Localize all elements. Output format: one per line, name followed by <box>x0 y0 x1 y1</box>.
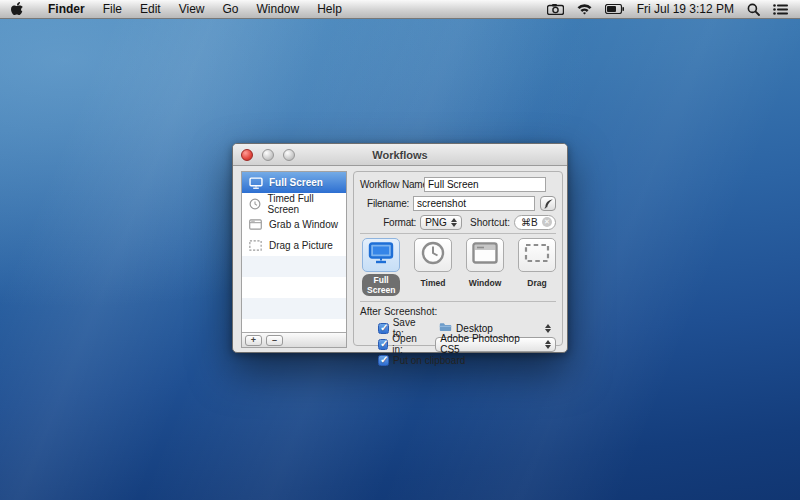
capture-mode-buttons: Full Screen Timed <box>360 238 556 297</box>
shortcut-value: ⌘B <box>521 217 538 228</box>
workflow-list-rows: Full Screen Timed Full Screen Grab a Win… <box>242 172 346 332</box>
list-item-drag-a-picture[interactable]: Drag a Picture <box>242 235 346 256</box>
window-icon <box>248 219 263 230</box>
clear-shortcut-icon[interactable]: ✕ <box>542 217 552 227</box>
format-value: PNG <box>425 217 447 228</box>
apple-menu[interactable] <box>10 0 39 19</box>
workflow-settings-panel: Workflow Name: Filename: Format: PNG <box>353 171 563 346</box>
menu-bar-left: Finder File Edit View Go Window Help <box>0 0 351 19</box>
mode-button-box[interactable] <box>466 238 504 272</box>
menu-bar: Finder File Edit View Go Window Help Fri… <box>0 0 800 19</box>
zoom-button[interactable] <box>283 149 295 161</box>
wifi-icon[interactable] <box>577 4 592 15</box>
close-button[interactable] <box>241 149 253 161</box>
mode-label: Drag <box>527 278 546 288</box>
menu-label: File <box>103 2 122 16</box>
separator <box>360 301 556 302</box>
workflow-list: Full Screen Timed Full Screen Grab a Win… <box>241 171 347 348</box>
menu-label: Finder <box>48 2 85 16</box>
drag-selection-icon <box>248 240 263 251</box>
shortcut-label: Shortcut: <box>470 217 510 228</box>
save-to-checkbox[interactable] <box>378 323 389 334</box>
window-titlebar[interactable]: Workflows <box>233 144 567 166</box>
window-icon <box>472 242 498 268</box>
shortcut-field[interactable]: ⌘B ✕ <box>514 215 556 230</box>
battery-icon[interactable] <box>605 4 624 14</box>
separator <box>360 233 556 234</box>
list-empty-rows <box>242 256 346 332</box>
format-shortcut-row: Format: PNG Shortcut: ⌘B ✕ <box>360 214 556 230</box>
menu-label: Help <box>317 2 342 16</box>
menu-label: Edit <box>140 2 161 16</box>
mode-label: Full Screen <box>362 274 400 296</box>
mode-button-box[interactable] <box>414 238 452 272</box>
pen-icon <box>543 198 554 209</box>
remove-workflow-button[interactable]: – <box>266 335 283 346</box>
open-in-value: Adobe Photoshop CS5 <box>440 333 541 355</box>
add-workflow-button[interactable]: + <box>245 335 262 346</box>
mode-button-box[interactable] <box>518 238 556 272</box>
workflows-window: Workflows Full Screen Time <box>232 143 568 353</box>
menu-label: Go <box>223 2 239 16</box>
desktop: Finder File Edit View Go Window Help Fri… <box>0 0 800 500</box>
menu-bar-clock[interactable]: Fri Jul 19 3:12 PM <box>637 2 734 16</box>
mode-label: Timed <box>421 278 446 288</box>
window-content: Full Screen Timed Full Screen Grab a Win… <box>233 166 567 352</box>
mode-timed[interactable]: Timed <box>414 238 452 297</box>
menu-item-go[interactable]: Go <box>214 0 248 19</box>
menu-item-window[interactable]: Window <box>248 0 309 19</box>
open-in-popup[interactable]: Adobe Photoshop CS5 <box>435 337 556 352</box>
filename-token-button[interactable] <box>540 196 556 211</box>
open-in-label: Open in: <box>392 333 427 355</box>
workflow-name-input[interactable] <box>424 177 546 192</box>
apple-icon <box>10 2 31 17</box>
monitor-icon <box>368 242 394 268</box>
save-to-value: Desktop <box>456 323 493 334</box>
open-in-checkbox[interactable] <box>378 339 388 350</box>
filename-label: Filename: <box>360 198 413 209</box>
menu-label: View <box>179 2 205 16</box>
menu-item-edit[interactable]: Edit <box>131 0 170 19</box>
menu-item-finder[interactable]: Finder <box>39 0 94 19</box>
drag-selection-icon <box>524 243 550 267</box>
list-item-label: Grab a Window <box>269 219 338 230</box>
filename-input[interactable] <box>413 196 535 211</box>
menu-bar-status: Fri Jul 19 3:12 PM <box>547 2 800 16</box>
list-item-label: Timed Full Screen <box>267 193 340 215</box>
monitor-icon <box>248 177 263 189</box>
window-title: Workflows <box>372 149 427 161</box>
filename-row: Filename: <box>360 195 556 211</box>
mode-drag[interactable]: Drag <box>518 238 556 297</box>
mode-button-box[interactable] <box>362 238 400 272</box>
notification-center-icon[interactable] <box>773 4 788 15</box>
popup-arrows-icon <box>451 218 457 227</box>
clipboard-label: Put on clipboard <box>393 355 465 366</box>
mode-label: Window <box>469 278 502 288</box>
spotlight-icon[interactable] <box>747 3 760 16</box>
mode-full-screen[interactable]: Full Screen <box>362 238 400 297</box>
menu-item-view[interactable]: View <box>170 0 214 19</box>
list-item-label: Full Screen <box>269 177 323 188</box>
popup-arrows-icon <box>545 340 551 349</box>
list-item-label: Drag a Picture <box>269 240 333 251</box>
after-screenshot-title: After Screenshot: <box>360 306 556 317</box>
minimize-button[interactable] <box>262 149 274 161</box>
clock-icon <box>421 241 445 269</box>
clipboard-checkbox[interactable] <box>378 355 389 366</box>
open-in-row: Open in: Adobe Photoshop CS5 <box>378 336 556 352</box>
traffic-lights <box>241 149 295 161</box>
mode-window[interactable]: Window <box>466 238 504 297</box>
workflow-name-row: Workflow Name: <box>360 176 556 192</box>
list-item-full-screen[interactable]: Full Screen <box>242 172 346 193</box>
list-toolbar: + – <box>242 332 346 347</box>
menu-item-help[interactable]: Help <box>308 0 351 19</box>
menu-label: Window <box>257 2 300 16</box>
format-popup[interactable]: PNG <box>420 215 462 230</box>
menu-item-file[interactable]: File <box>94 0 131 19</box>
clock-icon <box>248 198 261 210</box>
workflow-name-label: Workflow Name: <box>360 179 424 190</box>
camera-icon[interactable] <box>547 4 564 15</box>
list-item-grab-a-window[interactable]: Grab a Window <box>242 214 346 235</box>
popup-arrows-icon <box>545 324 551 333</box>
list-item-timed-full-screen[interactable]: Timed Full Screen <box>242 193 346 214</box>
